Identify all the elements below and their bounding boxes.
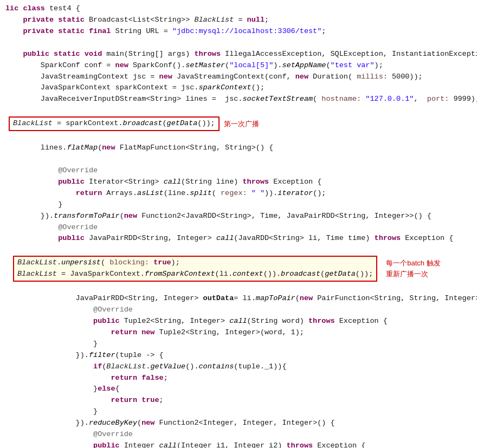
code-line: @Override	[4, 304, 473, 316]
code-line: }	[4, 339, 473, 350]
annotation-first-broadcast: 第一次广播	[224, 119, 259, 129]
code-line: lic class test4 {	[4, 3, 473, 15]
code-line: JavaSparkContext sparkContext = jsc.spar…	[4, 82, 473, 94]
code-line: return Arrays.asList(line.split( regex: …	[4, 188, 473, 199]
code-line: @Override	[4, 165, 473, 177]
code-line: public Tuple2<String, Integer> call(Stri…	[4, 316, 473, 327]
code-line: private static Broadcast<List<String>> B…	[4, 15, 473, 26]
code-line: SparkConf conf = new SparkConf().setMast…	[4, 60, 473, 72]
code-line: }).filter(tuple -> {	[4, 350, 473, 361]
code-line: }	[4, 406, 473, 418]
code-line: JavaPairRDD<String, Integer> outData= li…	[4, 293, 473, 304]
code-line: }).reduceByKey(new Function2<Integer, In…	[4, 418, 473, 429]
code-line: }	[4, 199, 473, 211]
code-line: @Override	[4, 429, 473, 440]
code-line: public Integer call(Integer i1, Integer …	[4, 440, 473, 448]
code-line: }).transformToPair(new Function2<JavaRDD…	[4, 211, 473, 222]
code-line: public JavaPairRDD<String, Integer> call…	[4, 233, 473, 244]
annotation-rebroadcast: 重新广播一次	[386, 269, 440, 280]
code-line: return true;	[4, 395, 473, 406]
code-line: JavaStreamingContext jsc = new JavaStrea…	[4, 72, 473, 83]
rebroadcast-block: BlackList.unpersist( blocking: true); Bl…	[4, 256, 473, 282]
code-line: lines.flatMap(new FlatMapFunction<String…	[4, 142, 473, 154]
code-line: public Iterator<String> call(String line…	[4, 177, 473, 188]
code-line	[4, 282, 473, 293]
broadcast-first-line: BlackList = sparkContext.broadcast(getDa…	[4, 116, 473, 131]
code-line: @Override	[4, 222, 473, 233]
code-line: return false;	[4, 373, 473, 384]
code-line: return new Tuple2<String, Integer>(word,…	[4, 327, 473, 339]
code-line	[4, 37, 473, 49]
code-line: public static void main(String[] args) t…	[4, 49, 473, 60]
code-line: JavaReceiverInputDStream<String> lines =…	[4, 94, 473, 105]
code-line	[4, 244, 473, 256]
code-container: lic class test4 { private static Broadca…	[0, 0, 477, 448]
code-line	[4, 131, 473, 142]
code-line	[4, 154, 473, 165]
code-line: }else{	[4, 384, 473, 395]
annotation-each-batch: 每一个batch 触发	[386, 258, 440, 269]
code-line	[4, 105, 473, 116]
code-line: private static final String URL = "jdbc:…	[4, 26, 473, 37]
code-line: if(BlackList.getValue().contains(tuple._…	[4, 361, 473, 373]
